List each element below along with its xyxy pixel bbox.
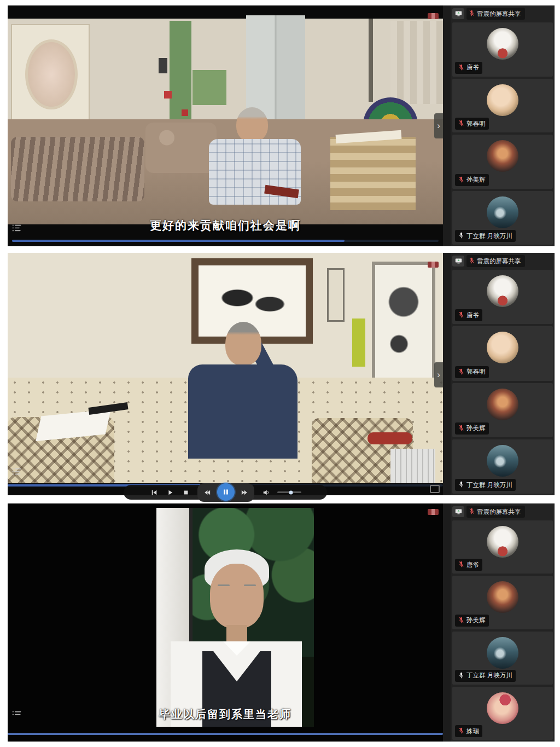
participant-name: 丁立群 月映万川 [466,671,512,680]
participant-tile[interactable]: 唐爷 [452,270,553,324]
avatar-baby [487,84,518,116]
participant-label: 丁立群 月映万川 [455,479,516,491]
mic-muted-icon [469,507,475,517]
avatar-baby-flower [487,692,518,724]
participant-label: 唐爷 [455,309,482,321]
fullscreen-icon[interactable] [430,485,440,493]
screen-share-header[interactable]: 雷震的屏幕共享 [452,505,553,518]
expand-panel-chevron-icon[interactable]: › [434,113,443,138]
scene-wall-phone [159,58,167,73]
shared-video-3: 毕业以后留到系里当老师 [8,503,443,742]
scene-calligraphy [203,270,301,332]
participant-tile[interactable]: 孙美辉 [452,576,553,629]
participant-tile[interactable]: 丁立群 月映万川 [452,439,553,494]
screen-share-label: 雷震的屏幕共享 [477,257,521,265]
participant-label: 郭春明 [455,118,489,130]
scene-window-frame [369,19,373,102]
rewind-button[interactable] [203,488,212,497]
avatar-woman-portrait [487,581,518,613]
screen-share-icon [452,506,464,517]
scene-door-window [25,39,78,109]
playlist-icon[interactable] [12,224,22,234]
mic-muted-icon [458,560,464,570]
screen-share-icon [452,8,464,19]
meeting-frame-3: 毕业以后留到系里当老师 雷震的屏幕共享 唐爷孙美辉丁立群 月映万川姝瑞 [8,503,555,742]
mic-muted-icon [458,424,464,433]
scene-art [381,270,427,375]
transport-group [197,483,254,502]
stop-button[interactable] [182,488,190,497]
participant-name: 唐爷 [466,63,479,72]
previous-button[interactable] [150,488,159,497]
participant-tile[interactable]: 郭春明 [452,79,553,133]
play-button[interactable] [166,488,174,497]
participant-label: 丁立群 月映万川 [455,230,516,242]
participant-tile[interactable]: 唐爷 [452,520,553,574]
share-label-pill: 雷震的屏幕共享 [466,8,525,20]
participants-sidebar: 雷震的屏幕共享 唐爷郭春明孙美辉丁立群 月映万川 [451,5,555,246]
elderly-man-sweater [188,364,298,459]
volume-slider[interactable] [277,491,301,493]
volume-button[interactable] [261,488,270,497]
participant-name: 唐爷 [466,311,479,320]
avatar-woman-portrait [487,389,518,420]
recording-badge [428,509,439,515]
participant-tile[interactable]: 孙美辉 [452,135,553,189]
participant-name: 郭春明 [466,120,486,128]
participant-tile[interactable]: 孙美辉 [452,383,553,437]
participant-name: 孙美辉 [466,616,486,624]
participant-tile[interactable]: 丁立群 月映万川 [452,632,553,685]
forward-button[interactable] [240,488,249,497]
participant-tile[interactable]: 郭春明 [452,326,553,380]
share-label-pill: 雷震的屏幕共享 [466,506,525,518]
scene-decor [244,584,256,586]
participant-tile[interactable]: 丁立群 月映万川 [452,191,553,245]
screen-share-icon [452,256,464,267]
playlist-icon[interactable] [12,467,22,478]
pause-button[interactable] [217,483,235,501]
panel-divider [443,5,451,246]
video-progress-bar[interactable] [8,733,443,735]
elderly-man-head [225,322,261,366]
vertical-video-portrait [156,508,314,727]
participant-list: 唐爷郭春明孙美辉丁立群 月映万川 [452,270,553,494]
mic-muted-icon [458,726,464,736]
scene-shelf [192,70,226,105]
avatar-dog-astronaut [487,275,518,307]
expand-panel-chevron-icon[interactable]: › [434,362,443,387]
participant-label: 孙美辉 [455,174,489,186]
participant-name: 唐爷 [466,561,479,569]
participant-label: 唐爷 [455,62,482,74]
participant-tile[interactable]: 唐爷 [452,22,553,77]
video-progress-bar[interactable] [12,240,439,242]
mic-muted-icon [458,367,464,377]
mic-muted-icon [458,63,464,73]
meeting-frame-1: 更好的来贡献咱们社会是啊 › 雷震的屏幕共享 唐爷郭春明孙美辉丁立群 月映万川 [8,5,555,246]
scene-art-frame [372,262,435,384]
mic-muted-icon [469,256,475,266]
shared-video-1: 更好的来贡献咱们社会是啊 › [8,5,443,246]
participant-list: 唐爷孙美辉丁立群 月映万川姝瑞 [452,520,553,740]
screenshot-collage: 更好的来贡献咱们社会是啊 › 雷震的屏幕共享 唐爷郭春明孙美辉丁立群 月映万川 [0,0,560,747]
video-subtitle: 更好的来贡献咱们社会是啊 [8,218,443,233]
elderly-man-face [210,564,264,628]
panel-divider [443,253,451,495]
scene-yellow-accent [352,319,365,367]
scene-decor [218,584,230,586]
mic-muted-icon [458,175,464,185]
participant-label: 孙美辉 [455,615,489,627]
playlist-icon[interactable] [12,710,22,721]
screen-share-header[interactable]: 雷震的屏幕共享 [452,7,553,20]
scene-book-stack [330,137,416,210]
participant-name: 丁立群 月映万川 [466,481,512,489]
volume-knob[interactable] [289,490,293,494]
screen-share-header[interactable]: 雷震的屏幕共享 [452,254,553,268]
shared-video-2: › [8,253,443,495]
mic-muted-icon [458,616,464,626]
scene-red-cushion [368,432,412,444]
media-control-bar[interactable] [124,485,327,500]
video-progress-fill [12,240,345,242]
participant-tile[interactable]: 姝瑞 [452,687,553,740]
participants-sidebar: 雷震的屏幕共享 唐爷郭春明孙美辉丁立群 月映万川 [451,253,555,495]
scene-decor [164,91,172,99]
